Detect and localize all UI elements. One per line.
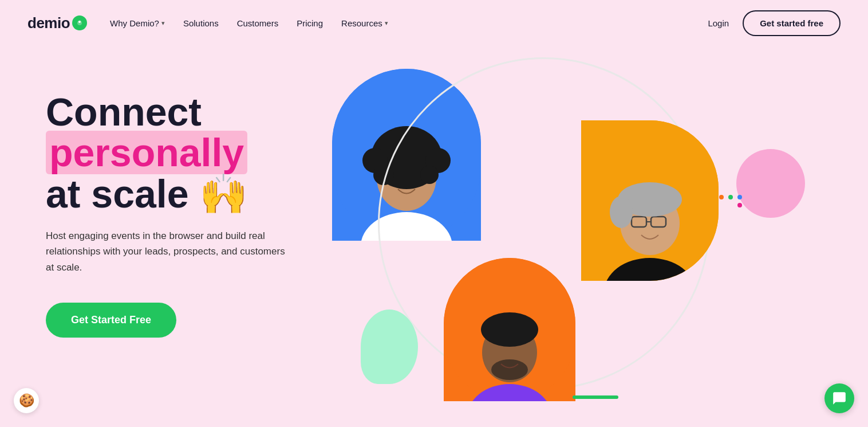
nav-item-why-demio[interactable]: Why Demio? ▾ xyxy=(110,18,165,28)
svg-point-2 xyxy=(78,21,81,23)
logo-text: demio xyxy=(27,14,70,32)
heading-part1: Connect xyxy=(46,90,202,134)
person-man-svg xyxy=(444,258,575,401)
heading-emoji: 🙌 xyxy=(199,172,248,216)
heading-part2: at scale xyxy=(46,172,199,216)
nav-item-resources[interactable]: Resources ▾ xyxy=(341,18,388,28)
cookie-consent-button[interactable]: 🍪 xyxy=(14,388,39,413)
photo-card-older-man xyxy=(581,120,719,281)
logo-icon xyxy=(72,15,87,30)
svg-point-20 xyxy=(491,359,528,380)
dot-green xyxy=(728,195,733,199)
dots-decoration xyxy=(719,195,742,207)
hero-heading: Connect personally at scale 🙌 xyxy=(46,92,332,214)
nav-links: Why Demio? ▾ Solutions Customers Pricing… xyxy=(110,18,708,28)
chevron-down-icon: ▾ xyxy=(161,19,165,27)
navbar: demio Why Demio? ▾ Solutions Customers P… xyxy=(0,0,868,46)
nav-item-pricing[interactable]: Pricing xyxy=(297,18,323,28)
nav-right: Login Get started free xyxy=(708,10,841,36)
heading-highlight: personally xyxy=(46,131,247,174)
chat-icon xyxy=(832,391,847,406)
blob-pink xyxy=(736,149,805,218)
dot-pink xyxy=(737,203,742,207)
hero-visual xyxy=(332,69,822,427)
dot-blue xyxy=(737,195,742,199)
chevron-down-icon-resources: ▾ xyxy=(385,19,388,27)
svg-point-19 xyxy=(481,312,538,347)
hero-subtitle: Host engaging events in the browser and … xyxy=(46,228,286,275)
svg-point-29 xyxy=(610,196,633,228)
get-started-hero-button[interactable]: Get Started Free xyxy=(46,303,176,338)
chat-widget-button[interactable] xyxy=(824,383,854,413)
photo-card-man xyxy=(444,258,575,401)
blob-teal xyxy=(361,310,418,384)
person-older-man-svg xyxy=(581,120,719,281)
nav-item-solutions[interactable]: Solutions xyxy=(183,18,219,28)
hero-section: Connect personally at scale 🙌 Host engag… xyxy=(0,46,868,427)
logo[interactable]: demio xyxy=(27,14,87,32)
login-link[interactable]: Login xyxy=(708,18,729,28)
get-started-nav-button[interactable]: Get started free xyxy=(743,10,841,36)
dot-orange xyxy=(719,195,724,199)
cookie-icon: 🍪 xyxy=(19,393,34,408)
blob-green-line xyxy=(573,395,618,399)
nav-item-customers[interactable]: Customers xyxy=(237,18,279,28)
hero-content: Connect personally at scale 🙌 Host engag… xyxy=(46,69,332,338)
